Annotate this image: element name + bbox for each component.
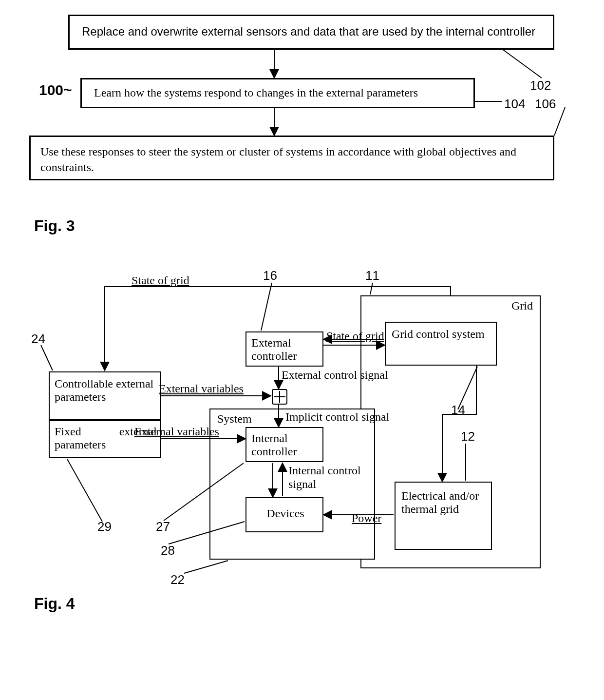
- grid-label: Grid: [511, 299, 533, 312]
- controllable-external-parameters: Controllable external parameters: [49, 371, 161, 420]
- devices: Devices: [245, 497, 323, 532]
- fig4-caption: Fig. 4: [34, 595, 75, 613]
- svg-line-18: [41, 345, 53, 370]
- grid-control-system-text: Grid control system: [392, 328, 489, 341]
- electrical-thermal-grid: Electrical and/or thermal grid: [395, 482, 492, 550]
- ref-14: 14: [451, 403, 465, 418]
- external-variables-label-1: External variables: [159, 382, 244, 395]
- external-control-signal-label: External control signal: [282, 369, 388, 382]
- system-label: System: [217, 412, 252, 426]
- electrical-thermal-grid-text: Electrical and/or thermal grid: [401, 489, 484, 516]
- ref-29: 29: [97, 519, 112, 534]
- power-label: Power: [352, 512, 381, 525]
- svg-line-15: [370, 283, 373, 294]
- merge-node: [272, 389, 287, 405]
- state-of-grid-label-2: State of grid: [326, 330, 380, 342]
- grid-control-system: Grid control system: [385, 322, 497, 366]
- fig3-step-1: Replace and overwrite external sensors a…: [68, 15, 554, 50]
- internal-controller: Internal controller: [245, 427, 323, 462]
- fig3-caption: Fig. 3: [34, 217, 75, 235]
- fig3-ref-102: 102: [530, 78, 551, 93]
- ref-16: 16: [263, 268, 277, 283]
- svg-line-19: [67, 459, 102, 522]
- external-variables-label-2: External variables: [134, 425, 219, 438]
- ref-24: 24: [31, 331, 45, 347]
- external-controller-text: External controller: [251, 336, 320, 363]
- fig3-ref-104: 104: [504, 97, 525, 112]
- internal-control-signal-label: Internal control signal: [288, 464, 381, 491]
- ref-22: 22: [170, 572, 185, 587]
- external-controller: External controller: [245, 331, 323, 367]
- svg-line-2: [502, 49, 542, 78]
- controllable-external-parameters-text: Controllable external parameters: [55, 377, 157, 404]
- devices-text: Devices: [251, 507, 320, 520]
- svg-line-22: [184, 561, 228, 573]
- fig3-ref-106: 106: [535, 97, 556, 112]
- ref-28: 28: [161, 543, 175, 558]
- ref-11: 11: [365, 268, 379, 283]
- svg-line-14: [261, 283, 272, 331]
- implicit-control-signal-label: Implicit control signal: [285, 410, 389, 424]
- fig3-step-3-text: Use these responses to steer the system …: [40, 144, 547, 175]
- fig3-ref-100: 100~: [39, 82, 72, 98]
- ref-27: 27: [156, 519, 170, 534]
- state-of-grid-label: State of grid: [132, 274, 189, 287]
- fig3-step-1-text: Replace and overwrite external sensors a…: [82, 25, 549, 39]
- fig3-step-3: Use these responses to steer the system …: [29, 136, 554, 180]
- fig3-step-2: Learn how the systems respond to changes…: [80, 78, 475, 108]
- internal-controller-text: Internal controller: [251, 432, 320, 458]
- ref-12: 12: [461, 429, 475, 444]
- fig3-step-2-text: Learn how the systems respond to changes…: [94, 86, 474, 99]
